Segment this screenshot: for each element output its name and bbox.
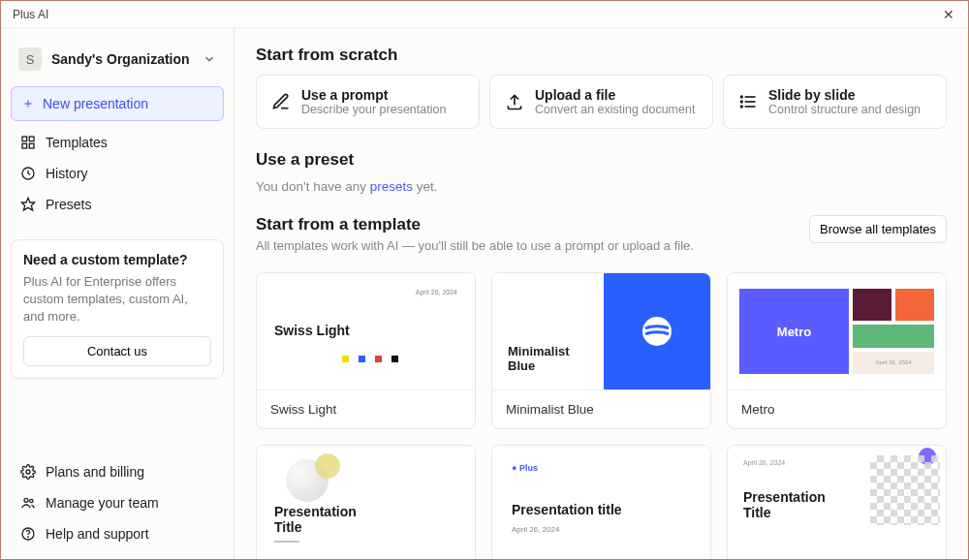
svg-point-16 [741, 101, 743, 103]
templates-icon [20, 135, 36, 150]
window-title: Plus AI [13, 8, 48, 21]
card-body: Plus AI for Enterprise offers custom tem… [23, 273, 211, 327]
svg-rect-1 [29, 137, 34, 141]
nav-templates[interactable]: Templates [11, 127, 224, 158]
preset-title: Use a preset [256, 150, 947, 170]
svg-rect-0 [22, 137, 27, 141]
scratch-card-desc: Convert an existing document [535, 103, 695, 116]
templates-sub: All templates work with AI — you'll stil… [256, 238, 694, 253]
template-label: Swiss Light [257, 389, 475, 428]
sidebar: S Sandy's Organization ＋ New presentatio… [1, 28, 234, 560]
template-plus-default[interactable]: ● Plus Presentation title April 26, 2024… [491, 445, 711, 560]
edit-icon [270, 91, 292, 112]
new-presentation-button[interactable]: ＋ New presentation [11, 86, 224, 121]
template-metro[interactable]: Metro April 26, 2024 Metro [727, 272, 947, 429]
chevron-down-icon [203, 52, 216, 66]
svg-marker-5 [21, 198, 34, 210]
svg-rect-3 [29, 143, 34, 148]
templates-title: Start from a template [256, 215, 694, 234]
svg-point-7 [24, 498, 28, 502]
team-icon [20, 495, 36, 511]
nav-label: Plans and billing [46, 464, 144, 480]
svg-rect-2 [22, 143, 27, 148]
nav-history[interactable]: History [11, 158, 224, 189]
org-name: Sandy's Organization [51, 51, 190, 67]
scratch-upload-file[interactable]: Upload a file Convert an existing docume… [489, 75, 713, 129]
nav-label: Help and support [46, 526, 149, 542]
history-icon [20, 166, 36, 181]
scratch-slide-by-slide[interactable]: Slide by slide Control structure and des… [723, 75, 947, 129]
contact-us-button[interactable]: Contact us [23, 336, 211, 366]
template-label: Metro [728, 389, 946, 428]
star-icon [20, 197, 36, 212]
template-preview: April 26, 2024 Swiss Light [257, 273, 475, 389]
nav-billing[interactable]: Plans and billing [11, 456, 224, 487]
preset-empty-message: You don't have any presets yet. [256, 179, 947, 194]
custom-template-card: Need a custom template? Plus AI for Ente… [11, 239, 224, 379]
card-title: Need a custom template? [23, 252, 211, 267]
upload-icon [504, 91, 525, 112]
svg-point-10 [28, 537, 29, 538]
template-minimalist-light[interactable]: Presentation Title Minimalist Light [256, 445, 476, 560]
main-content: Start from scratch Use a prompt Describe… [234, 28, 968, 560]
scratch-card-desc: Control structure and design [768, 103, 921, 116]
scratch-card-title: Upload a file [535, 87, 695, 103]
scratch-card-title: Slide by slide [768, 87, 921, 103]
template-label: Minimalist Blue [492, 389, 710, 428]
nav-team[interactable]: Manage your team [11, 487, 224, 518]
template-preview: Presentation Title [257, 446, 475, 560]
template-preview: Metro April 26, 2024 [728, 273, 946, 389]
scratch-card-title: Use a prompt [301, 87, 446, 103]
template-minimalist-blue[interactable]: Minimalist Blue Minimalist Blue [491, 272, 711, 429]
template-swiss-light[interactable]: April 26, 2024 Swiss Light Swiss Light [256, 272, 476, 429]
nav-presets[interactable]: Presets [11, 189, 224, 220]
new-presentation-label: New presentation [43, 96, 148, 111]
presets-link[interactable]: presets [370, 179, 413, 194]
nav-label: Templates [46, 135, 108, 150]
plus-icon: ＋ [21, 95, 35, 112]
template-preview: April 26, 2024 Presentation Title [728, 446, 946, 560]
nav-help[interactable]: Help and support [11, 518, 224, 549]
nav-label: History [46, 166, 88, 181]
scratch-card-desc: Describe your presentation [301, 103, 446, 116]
svg-point-17 [741, 106, 743, 108]
close-icon[interactable]: ✕ [937, 5, 960, 24]
org-avatar: S [18, 47, 42, 71]
gear-icon [20, 464, 36, 480]
svg-point-15 [741, 96, 743, 98]
browse-templates-button[interactable]: Browse all templates [809, 215, 947, 243]
scratch-use-prompt[interactable]: Use a prompt Describe your presentation [256, 75, 480, 129]
svg-point-8 [30, 499, 33, 502]
org-switcher[interactable]: S Sandy's Organization [11, 42, 224, 77]
template-preview: ● Plus Presentation title April 26, 2024 [492, 446, 710, 560]
nav-label: Manage your team [46, 495, 159, 511]
titlebar: Plus AI ✕ [1, 1, 968, 28]
list-icon [737, 91, 759, 112]
template-modernist-professional[interactable]: April 26, 2024 Presentation Title Modern… [727, 445, 947, 560]
nav-label: Presets [46, 197, 91, 212]
template-preview: Minimalist Blue [492, 273, 710, 389]
help-icon [20, 526, 36, 542]
scratch-title: Start from scratch [256, 46, 947, 65]
svg-point-6 [26, 470, 30, 474]
